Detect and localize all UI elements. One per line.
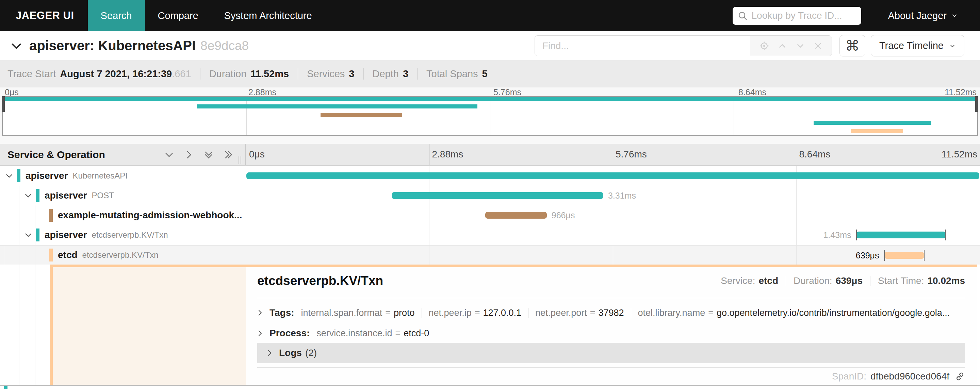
- service-color-block: [17, 169, 21, 182]
- chevron-down-icon[interactable]: [5, 171, 14, 180]
- ruler-tick: 5.76ms: [616, 149, 647, 160]
- summary-divider: [298, 68, 298, 79]
- tag-key: internal.span.format: [301, 308, 382, 318]
- process-value: etcd-0: [404, 328, 429, 339]
- trace-id-lookup[interactable]: [733, 7, 861, 25]
- span-bar-wrap[interactable]: 3.31ms: [392, 192, 603, 199]
- equals-sign: =: [475, 308, 480, 318]
- logs-count: (2): [305, 348, 317, 359]
- span-name-cell[interactable]: apiserver POST: [0, 186, 246, 205]
- find-clear-icon[interactable]: [813, 41, 823, 51]
- focus-target-icon[interactable]: [759, 41, 769, 51]
- process-label: Process:: [269, 328, 310, 339]
- span-row-apiserver-etcd-txn[interactable]: apiserver etcdserverpb.KV/Txn 1.43ms: [0, 225, 980, 245]
- tag-value: go.opentelemetry.io/contrib/instrumentat…: [717, 308, 950, 318]
- operation-name: etcdserverpb.KV/Txn: [92, 230, 168, 240]
- span-bar[interactable]: [485, 212, 547, 219]
- search-icon: [737, 11, 748, 21]
- nav-tab-compare[interactable]: Compare: [145, 0, 211, 31]
- collapse-one-icon[interactable]: [164, 149, 175, 160]
- expand-all-icon[interactable]: [223, 149, 234, 160]
- tag-key: net.peer.ip: [429, 308, 472, 318]
- ruler-tick: 11.52ms: [942, 149, 977, 160]
- tag-divider: [631, 308, 631, 318]
- chevron-right-icon[interactable]: [256, 329, 264, 337]
- total-spans-value: 5: [482, 68, 488, 79]
- equals-sign: =: [395, 328, 401, 339]
- chevron-down-icon[interactable]: [24, 191, 33, 200]
- span-row-webhook[interactable]: example-mutating-admission-webhook... 96…: [0, 205, 980, 225]
- service-color-block: [36, 189, 40, 202]
- start-time-value: 10.02ms: [927, 275, 965, 286]
- span-bar[interactable]: [885, 252, 924, 259]
- services-value: 3: [349, 68, 354, 79]
- minimap-span-bar: [814, 121, 932, 125]
- spanid-row: SpanID: dfbebd960ced064f: [832, 368, 965, 385]
- span-row-apiserver-post[interactable]: apiserver POST 3.31ms: [0, 186, 980, 205]
- span-bar-wrap[interactable]: 1.43ms: [856, 232, 945, 238]
- minimap-left-drag-handle[interactable]: [2, 96, 5, 112]
- span-name-cell[interactable]: example-mutating-admission-webhook...: [0, 205, 246, 225]
- column-resize-grip[interactable]: [239, 156, 241, 164]
- app-logo: JAEGER UI: [0, 10, 88, 22]
- chevron-right-icon[interactable]: [266, 349, 274, 357]
- span-bar-wrap[interactable]: [247, 172, 979, 179]
- nav-tab-system-architecture[interactable]: System Architecture: [211, 0, 325, 31]
- duration-label: Duration: [209, 68, 247, 79]
- span-bar[interactable]: [247, 172, 979, 179]
- about-jaeger-label: About Jaeger: [888, 10, 947, 21]
- minimap-tick: 0μs: [5, 87, 19, 97]
- span-bar[interactable]: [856, 232, 945, 238]
- span-name-cell[interactable]: apiserver KubernetesAPI: [0, 166, 246, 186]
- span-detail-panel: etcdserverpb.KV/Txn Service: etcd Durati…: [246, 267, 977, 386]
- chevron-down-icon[interactable]: [24, 230, 33, 240]
- collapse-all-icon[interactable]: [203, 149, 214, 160]
- span-duration-label: 3.31ms: [608, 191, 636, 200]
- minimap-span-bar: [321, 113, 402, 117]
- find-next-icon[interactable]: [795, 41, 805, 51]
- tree-guide-line: [35, 205, 35, 265]
- span-row-etcd-txn-selected[interactable]: etcd etcdserverpb.KV/Txn 639μs: [0, 245, 980, 265]
- process-row[interactable]: Process: service.instance.id = etcd-0: [256, 326, 965, 341]
- trace-summary-bar: Trace Start August 7 2021, 16:21:39 .661…: [0, 60, 980, 87]
- deep-link-icon[interactable]: [955, 371, 965, 381]
- trace-id-lookup-input[interactable]: [751, 10, 856, 21]
- timeline-header: Service & Operation 0μs 2.88ms 5.76ms 8.…: [0, 144, 980, 166]
- span-name-cell[interactable]: apiserver etcdserverpb.KV/Txn: [0, 225, 246, 245]
- next-row-color-peek: [4, 386, 8, 389]
- span-bar[interactable]: [392, 192, 603, 199]
- jaeger-trace-page: JAEGER UI Search Compare System Architec…: [0, 0, 980, 389]
- span-bar-wrap[interactable]: 966μs: [485, 212, 547, 219]
- trace-view-selector[interactable]: Trace Timeline: [871, 35, 964, 56]
- detail-left-strip[interactable]: [53, 267, 246, 385]
- tag-key: otel.library.name: [638, 308, 705, 318]
- duration-value: 639μs: [836, 275, 862, 286]
- logs-accordion[interactable]: Logs (2): [257, 343, 965, 363]
- find-prev-icon[interactable]: [777, 41, 788, 51]
- minimap-right-drag-handle[interactable]: [975, 96, 978, 112]
- keyboard-shortcuts-button[interactable]: ⌘: [840, 35, 865, 56]
- chevron-right-icon[interactable]: [256, 309, 264, 317]
- find-input[interactable]: [535, 36, 750, 56]
- tag-value: proto: [394, 308, 415, 318]
- services-label: Services: [307, 68, 345, 79]
- minimap-span-bar: [851, 129, 904, 133]
- tag-key: net.peer.port: [535, 308, 587, 318]
- span-name-cell[interactable]: etcd etcdserverpb.KV/Txn: [0, 246, 246, 265]
- minimap-canvas[interactable]: [2, 96, 978, 136]
- about-jaeger-menu[interactable]: About Jaeger: [888, 10, 958, 21]
- trace-minimap: 0μs 2.88ms 5.76ms 8.64ms 11.52ms: [0, 87, 980, 144]
- minimap-span-bar: [197, 105, 477, 108]
- service-name: example-mutating-admission-webhook...: [58, 210, 242, 221]
- expand-one-icon[interactable]: [183, 149, 194, 160]
- service-label: Service:: [721, 275, 755, 286]
- ruler-tick: 8.64ms: [799, 149, 830, 160]
- trace-collapse-chevron-icon[interactable]: [10, 39, 23, 53]
- tree-guide-line: [19, 186, 19, 265]
- tags-row[interactable]: Tags: internal.span.format = proto net.p…: [256, 305, 965, 320]
- tree-guide-line: [35, 265, 35, 385]
- span-bar-wrap[interactable]: 639μs: [885, 252, 924, 259]
- detail-operation-title: etcdserverpb.KV/Txn: [257, 274, 383, 288]
- nav-tab-search[interactable]: Search: [88, 0, 145, 31]
- span-row-apiserver-kubernetesapi[interactable]: apiserver KubernetesAPI: [0, 166, 980, 186]
